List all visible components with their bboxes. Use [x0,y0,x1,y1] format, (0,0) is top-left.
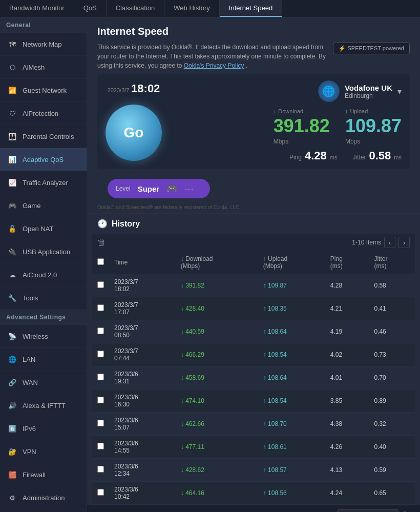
ping-jitter-row: Ping 4.28 ms Jitter 0.58 ms [172,149,402,162]
table-row: 2023/3/619:31 ↓ 458.69 ↑ 108.64 4.01 0.7… [92,366,415,390]
sidebar-item-label: AiCloud 2.0 [23,271,57,279]
sidebar-item-label: VPN [23,448,36,456]
sidebar-item-guest-network[interactable]: 📶Guest Network [0,79,87,102]
row-checkbox-3[interactable] [97,351,104,357]
cell-time: 2023/3/614:55 [109,436,176,459]
sidebar-item-administration[interactable]: ⚙Administration [0,486,87,509]
download-unit: Mbps [274,138,330,145]
go-button[interactable]: Go [106,105,162,161]
sidebar-item-label: Alexa & IFTTT [23,402,66,409]
table-row: 2023/3/615:07 ↓ 462.66 ↑ 108.70 4.38 0.3… [92,413,415,436]
ookla-note: Ookla® and Speedtest® are federally regi… [87,201,420,213]
tab-internet-speed[interactable]: Internet Speed [220,0,282,17]
sidebar-general-label: General [0,17,87,33]
sidebar-item-aicloud[interactable]: ☁AiCloud 2.0 [0,263,87,286]
row-checkbox-0[interactable] [97,281,104,288]
sidebar-item-label: AiProtection [23,110,58,117]
sidebar-item-usb-application[interactable]: 🔌USB Application [0,240,87,263]
sidebar-item-wan[interactable]: 🔗WAN [0,371,87,394]
sidebar-item-open-nat[interactable]: 🔓Open NAT [0,217,87,240]
cell-time: 2023/3/619:31 [109,366,176,390]
col-time: Time [109,251,176,274]
sidebar-item-firewall[interactable]: 🧱Firewall [0,463,87,486]
tab-bandwidth-monitor[interactable]: Bandwidth Monitor [0,0,74,17]
sidebar-item-traffic-analyzer[interactable]: 📈Traffic Analyzer [0,171,87,194]
more-options-icon[interactable]: ··· [185,185,194,193]
sidebar-item-network-map[interactable]: 🗺Network Map [0,33,87,56]
next-page-button[interactable]: › [398,237,410,248]
sidebar-item-label: IPv6 [23,425,36,433]
sidebar-item-lan[interactable]: 🌐LAN [0,348,87,371]
sidebar-item-ipv6[interactable]: 6️⃣IPv6 [0,417,87,440]
cell-upload: ↑ 108.64 [258,366,325,390]
sidebar-item-label: Traffic Analyzer [23,179,68,187]
row-checkbox-7[interactable] [97,443,104,449]
isp-name: Vodafone UK [345,84,392,92]
tab-classification[interactable]: Classification [107,0,165,17]
select-all-checkbox[interactable] [97,258,104,265]
cell-upload: ↑ 108.61 [258,436,325,459]
sidebar-item-label: AiMesh [23,64,45,71]
row-checkbox-5[interactable] [97,397,104,403]
history-title-bar: 🕐 History [87,213,420,234]
chevron-down-icon[interactable]: ▾ [397,87,402,96]
cell-ping: 4.01 [325,366,369,390]
table-row: 2023/3/707:44 ↓ 466.29 ↑ 108.54 4.02 0.7… [92,343,415,366]
game-controller-icon: 🎮 [166,183,178,194]
ping-unit: ms [330,154,338,160]
cell-download: ↓ 464.16 [176,482,258,505]
privacy-policy-link[interactable]: Ookla's Privacy Policy [184,62,244,69]
isp-city: Edinburgh [345,92,392,99]
sidebar-item-label: Network Map [23,40,62,48]
cell-download: ↓ 458.69 [176,366,258,390]
cell-time: 2023/3/707:44 [109,343,176,366]
footer-search-input[interactable] [337,509,398,512]
table-row: 2023/3/708:50 ↓ 440.59 ↑ 108.64 4.19 0.4… [92,320,415,343]
row-checkbox-6[interactable] [97,420,104,426]
row-checkbox-9[interactable] [97,489,104,496]
table-row: 2023/3/717:07 ↓ 428.40 ↑ 108.35 4.21 0.4… [92,297,415,320]
sidebar-item-aimesh[interactable]: ⬡AiMesh [0,56,87,79]
download-arrow-icon: ↓ [274,108,277,114]
content-area: Internet Speed This service is provided … [87,17,420,512]
sidebar-item-aiprotection[interactable]: 🛡AiProtection [0,102,87,125]
prev-page-button[interactable]: ‹ [384,237,395,248]
sidebar-item-game[interactable]: 🎮Game [0,194,87,217]
sidebar-item-vpn[interactable]: 🔐VPN [0,440,87,463]
cell-jitter: 0.73 [369,343,415,366]
delete-icon[interactable]: 🗑 [97,238,106,247]
level-bar-container: Level Super 🎮 ··· [97,174,410,200]
sidebar-item-label: Wireless [23,333,48,340]
history-section: 🕐 History 🗑 1-10 Items ‹ › [87,213,420,505]
history-clock-icon: 🕐 [97,219,108,229]
sidebar-item-alexa[interactable]: 🔊Alexa & IFTTT [0,394,87,417]
tab-web-history[interactable]: Web History [164,0,220,17]
cell-jitter: 0.65 [369,482,415,505]
history-title: History [112,219,140,229]
sidebar-item-adaptive-qos[interactable]: 📊Adaptive QoS [0,148,87,171]
cell-download: ↓ 428.40 [176,297,258,320]
ipv6-icon: 6️⃣ [6,422,18,435]
cell-upload: ↑ 108.70 [258,413,325,436]
wireless-icon: 📡 [6,330,18,342]
sidebar-item-tools[interactable]: 🔧Tools [0,286,87,310]
guest-icon: 📶 [6,84,18,96]
row-checkbox-2[interactable] [97,327,104,334]
ping-value: 4.28 [305,149,327,162]
footer-faq: FAQ 🔍 [323,509,410,512]
speed-description: This service is provided by Ookla®. It d… [97,43,328,70]
row-checkbox-4[interactable] [97,374,104,380]
download-label: ↓ Download [274,108,330,114]
tab-qos[interactable]: QoS [74,0,107,17]
sidebar-item-wireless[interactable]: 📡Wireless [0,325,87,348]
sidebar-item-label: USB Application [23,248,70,256]
jitter-unit: ms [394,154,402,160]
row-checkbox-8[interactable] [97,466,104,473]
table-row: 2023/3/616:30 ↓ 474.10 ↑ 108.54 3.85 0.8… [92,390,415,413]
sidebar-item-label: Firewall [23,471,46,479]
sidebar-item-label: Adaptive QoS [23,156,64,163]
sidebar-item-parental-controls[interactable]: 👪Parental Controls [0,125,87,148]
sidebar-item-system-log[interactable]: 📋System Log [0,509,87,512]
datetime-label: 2023/3/7 [108,87,130,93]
row-checkbox-1[interactable] [97,304,104,311]
